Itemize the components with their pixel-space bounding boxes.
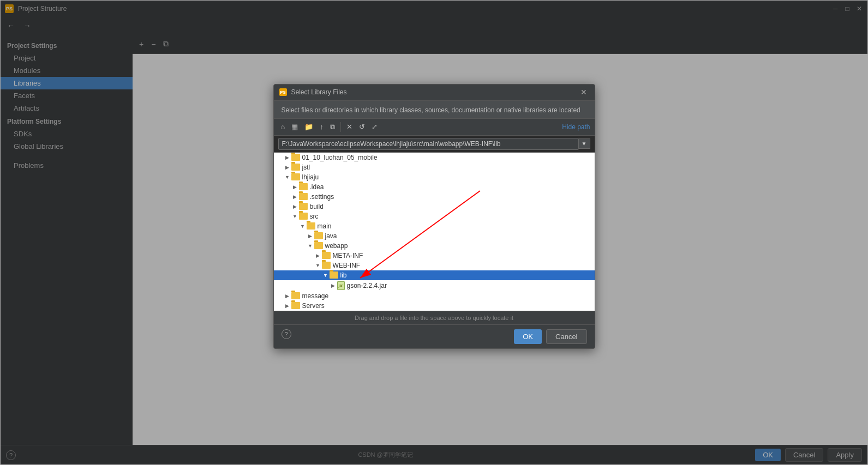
toggle-web-inf[interactable]: ▼ (314, 262, 322, 269)
folder-icon-jstl (291, 164, 300, 171)
folder-icon-settings (299, 193, 308, 200)
tree-item-gson[interactable]: ▶ jar gson-2.2.4.jar (274, 280, 595, 291)
path-dropdown-button[interactable]: ▼ (579, 138, 590, 149)
copy-path-button[interactable]: ⧉ (327, 121, 338, 133)
dialog-title: Select Library Files (291, 88, 578, 96)
toggle-java[interactable]: ▶ (307, 232, 314, 240)
tree-item-idea[interactable]: ▶ .idea (274, 182, 595, 192)
tree-item-settings[interactable]: ▶ .settings (274, 192, 595, 202)
folder-icon-lib (330, 271, 338, 279)
tree-item-servers[interactable]: ▶ Servers (274, 301, 595, 311)
select-library-dialog: PS Select Library Files ✕ Select files o… (273, 84, 595, 349)
folder-icon-main (307, 222, 315, 230)
toggle-idea[interactable]: ▶ (291, 183, 299, 191)
toggle-button[interactable]: ⤢ (369, 121, 380, 132)
toggle-lib[interactable]: ▼ (322, 271, 330, 279)
toggle-servers[interactable]: ▶ (284, 302, 291, 310)
clear-button[interactable]: ✕ (344, 121, 355, 132)
jar-icon: jar (337, 281, 345, 290)
dialog-toolbar: ⌂ ▦ 📁 ↑ ⧉ ✕ ↺ ⤢ Hide path (274, 119, 595, 136)
tree-item-main[interactable]: ▼ main (274, 221, 595, 231)
dialog-help-button[interactable]: ? (282, 329, 291, 339)
toolbar-separator (340, 122, 341, 132)
tree-item-lib[interactable]: ▼ lib (274, 270, 595, 280)
hide-path-button[interactable]: Hide path (562, 123, 590, 131)
path-input[interactable] (278, 138, 579, 150)
dialog-description: Select files or directories in which lib… (274, 101, 595, 119)
toggle-src[interactable]: ▼ (291, 213, 299, 220)
tree-item-lhjiaju[interactable]: ▼ lhjiaju (274, 172, 595, 182)
file-tree[interactable]: ▶ 01_10_luohan_05_mobile ▶ jstl ▼ lhjia (274, 153, 595, 311)
folder-icon-java (314, 232, 323, 239)
folder-icon-webapp (314, 242, 323, 249)
toggle-01-10[interactable]: ▶ (284, 154, 291, 161)
main-window: PS Project Structure ─ □ ✕ ← → Project S… (0, 0, 868, 465)
toggle-gson[interactable]: ▶ (330, 282, 337, 289)
toggle-build[interactable]: ▶ (291, 203, 299, 210)
toggle-message[interactable]: ▶ (284, 292, 291, 300)
dialog-buttons: ? OK Cancel (274, 324, 595, 348)
tree-item-src[interactable]: ▼ src (274, 212, 595, 221)
refresh-button[interactable]: ↺ (356, 121, 368, 132)
new-folder-button[interactable]: 📁 (302, 121, 316, 132)
folder-icon-idea (299, 183, 308, 190)
dialog-ok-button[interactable]: OK (514, 329, 542, 344)
folder-icon (291, 154, 300, 161)
dialog-logo: PS (279, 88, 287, 96)
dialog-path-bar: ▼ (274, 136, 595, 153)
tree-item-webapp[interactable]: ▼ webapp (274, 241, 595, 251)
tree-item-java[interactable]: ▶ java (274, 231, 595, 241)
dialog-title-bar: PS Select Library Files ✕ (274, 84, 595, 101)
folder-view-button[interactable]: ▦ (289, 121, 301, 132)
tree-item-jstl[interactable]: ▶ jstl (274, 162, 595, 172)
folder-icon-build (299, 203, 308, 210)
dialog-cancel-button[interactable]: Cancel (546, 329, 586, 344)
folder-icon-meta-inf (322, 252, 331, 259)
toggle-webapp[interactable]: ▼ (307, 242, 314, 250)
home-button[interactable]: ⌂ (278, 121, 288, 132)
folder-icon-servers (291, 302, 300, 309)
toggle-settings[interactable]: ▶ (291, 193, 299, 201)
folder-icon-src (299, 213, 308, 220)
toggle-lhjiaju[interactable]: ▼ (284, 173, 291, 181)
folder-icon-web-inf (322, 262, 331, 269)
tree-item-01-10[interactable]: ▶ 01_10_luohan_05_mobile (274, 153, 595, 162)
folder-icon-message (291, 292, 300, 299)
toggle-meta-inf[interactable]: ▶ (314, 252, 322, 259)
tree-item-build[interactable]: ▶ build (274, 202, 595, 212)
up-folder-button[interactable]: ↑ (317, 121, 326, 132)
folder-icon-lhjiaju (291, 173, 300, 180)
tree-item-meta-inf[interactable]: ▶ META-INF (274, 251, 595, 261)
tree-item-web-inf[interactable]: ▼ WEB-INF (274, 261, 595, 270)
tree-item-message[interactable]: ▶ message (274, 291, 595, 301)
toggle-jstl[interactable]: ▶ (284, 164, 291, 171)
toggle-main[interactable]: ▼ (299, 222, 307, 230)
dialog-footer-hint: Drag and drop a file into the space abov… (274, 311, 595, 324)
dialog-close-button[interactable]: ✕ (578, 87, 589, 98)
modal-overlay: PS Select Library Files ✕ Select files o… (1, 1, 867, 464)
